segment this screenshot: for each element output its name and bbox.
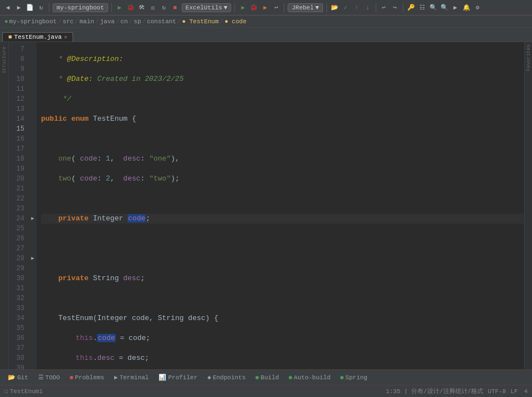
code-content[interactable]: * @Description: * @Date: Created in 2023… <box>37 42 524 369</box>
nav-back-icon[interactable]: ◀ <box>3 3 12 12</box>
stop-icon[interactable]: ■ <box>171 3 180 12</box>
build-tab-label: Build <box>260 374 279 381</box>
bc-sep4: / <box>116 18 120 25</box>
breadcrumb-src[interactable]: src <box>63 18 74 25</box>
excel-utils-btn[interactable]: ExcelUtils ▼ <box>182 3 232 12</box>
status-left: ☐ TestEnum1 <box>4 388 43 395</box>
reload-icon[interactable]: ↻ <box>160 3 168 12</box>
refresh-icon[interactable]: ↻ <box>37 3 45 12</box>
fold-12 <box>29 94 37 104</box>
jrebel-btn[interactable]: JRebel ▼ <box>288 3 323 12</box>
fold-28[interactable]: ▶ <box>29 254 37 264</box>
sep6 <box>376 3 376 12</box>
zoom-icon[interactable]: 🔍 <box>440 3 449 12</box>
fold-19 <box>29 164 37 174</box>
code-line-18: private String desc; <box>41 274 524 283</box>
fold-29 <box>29 264 37 274</box>
fold-33 <box>29 303 37 313</box>
fold-17 <box>29 144 37 154</box>
git-push-icon[interactable]: ↑ <box>352 3 361 12</box>
recent-files-icon[interactable]: 📄 <box>25 3 34 12</box>
bottom-tab-git[interactable]: 📂 Git <box>3 373 33 382</box>
fold-21 <box>29 184 37 194</box>
tab-bar: ■ TestEnum.java ✕ <box>0 28 532 42</box>
code-line-7: * @Description: <box>41 54 524 64</box>
ln-11: 11 <box>9 84 29 94</box>
breadcrumb-bar: ● my-springboot / src / main / java / cn… <box>0 16 532 28</box>
sep5 <box>326 3 327 12</box>
run3-icon[interactable]: ▶ <box>260 3 269 12</box>
run4-icon[interactable]: ▶ <box>451 3 460 12</box>
status-indent[interactable]: 4 <box>522 388 528 395</box>
breadcrumb-main[interactable]: main <box>79 18 94 25</box>
ln-32: 32 <box>9 293 29 303</box>
git-tab-icon: 📂 <box>8 374 16 381</box>
todo-tab-icon: ☰ <box>38 374 44 381</box>
bc-sep3: / <box>95 18 99 25</box>
back-arrow-icon[interactable]: ↩ <box>272 3 280 12</box>
breadcrumb-sp[interactable]: sp <box>134 18 141 25</box>
breadcrumb-constant[interactable]: constant <box>147 18 176 25</box>
bottom-tab-todo[interactable]: ☰ TODO <box>34 373 64 382</box>
fold-26 <box>29 234 37 244</box>
status-encoding[interactable]: UTF-8 <box>488 388 506 395</box>
breadcrumb-testenum[interactable]: ● TestEnum <box>182 18 219 25</box>
ln-24: 24 <box>9 214 29 224</box>
more-icon[interactable]: ⚙ <box>473 3 482 12</box>
coverage-icon[interactable]: ⚖ <box>149 3 157 12</box>
ln-12: 12 <box>9 94 29 104</box>
bottom-tab-build[interactable]: Build <box>251 373 283 382</box>
right-label-favorites: Favorites <box>526 44 531 71</box>
bottom-tab-profiler[interactable]: 📊 Profiler <box>154 373 202 382</box>
notifications-icon[interactable]: 🔔 <box>462 3 471 12</box>
fold-7 <box>29 44 37 54</box>
breadcrumb-cn[interactable]: cn <box>121 18 128 25</box>
project-name-btn[interactable]: my-springboot <box>53 3 108 12</box>
run-icon[interactable]: ▶ <box>115 3 124 12</box>
status-lf[interactable]: LF <box>510 388 518 395</box>
bottom-tab-problems[interactable]: Problems <box>65 373 109 382</box>
bc-sep5: / <box>129 18 133 25</box>
build-icon[interactable]: 🛠 <box>137 3 146 12</box>
run2-icon[interactable]: ▶ <box>238 3 247 12</box>
tab-testenum[interactable]: ■ TestEnum.java ✕ <box>2 32 73 42</box>
nav-forward-icon[interactable]: ▶ <box>14 3 23 12</box>
bottom-tab-spring[interactable]: Spring <box>336 373 372 382</box>
jrebel-label: JRebel <box>291 4 314 11</box>
git-pull-icon[interactable]: ↓ <box>364 3 372 12</box>
ln-39: 39 <box>9 363 29 369</box>
breadcrumb-project-name[interactable]: my-springboot <box>9 18 57 25</box>
excel-utils-chevron: ▼ <box>224 4 228 11</box>
fold-25 <box>29 224 37 234</box>
ln-15: 15 <box>9 124 29 134</box>
bc-sep8: / <box>220 18 224 25</box>
git-check-icon[interactable]: ✓ <box>341 3 350 12</box>
ln-21: 21 <box>9 184 29 194</box>
breadcrumb-java[interactable]: java <box>100 18 114 25</box>
ln-20: 20 <box>9 174 29 184</box>
search-icon[interactable]: 🔍 <box>429 3 438 12</box>
debug-icon[interactable]: 🐞 <box>126 3 135 12</box>
breadcrumb-code[interactable]: ● code <box>224 18 247 25</box>
settings-icon[interactable]: 🔑 <box>407 3 416 12</box>
debug2-icon[interactable]: 🐞 <box>249 3 258 12</box>
code-line-19 <box>41 293 524 303</box>
breadcrumb-project[interactable]: ● <box>4 18 8 25</box>
ln-22: 22 <box>9 194 29 204</box>
problems-dot <box>70 376 73 379</box>
bottom-tab-endpoints[interactable]: ◆ Endpoints <box>203 373 250 382</box>
fold-24[interactable]: ▶ <box>29 214 37 224</box>
bottom-tab-terminal[interactable]: ▶ Terminal <box>110 373 153 382</box>
code-line-14 <box>41 194 524 204</box>
fold-10 <box>29 74 37 84</box>
editor-container: 7 8 9 10 11 12 13 14 15 16 17 18 19 20 2… <box>9 42 524 369</box>
bottom-tab-autobuild[interactable]: Auto-build <box>284 373 335 382</box>
redo-icon[interactable]: ↪ <box>391 3 400 12</box>
fold-20 <box>29 174 37 184</box>
undo-icon[interactable]: ↩ <box>380 3 388 12</box>
autobuild-tab-label: Auto-build <box>294 374 330 381</box>
structure-icon[interactable]: ☷ <box>418 3 427 12</box>
git-icon[interactable]: 📂 <box>330 3 339 12</box>
bc-sep7: / <box>177 18 181 25</box>
tab-close-icon[interactable]: ✕ <box>64 34 67 40</box>
